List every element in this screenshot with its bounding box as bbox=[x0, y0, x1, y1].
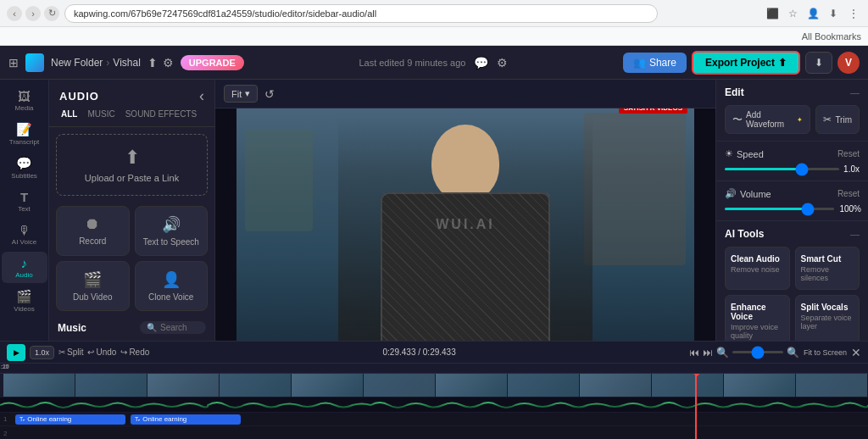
back-button[interactable]: ‹ bbox=[7, 6, 22, 21]
skip-back-button[interactable]: ⏮ bbox=[689, 347, 699, 358]
rotate-icon[interactable]: ↺ bbox=[264, 87, 275, 101]
chevron-down-icon: ▾ bbox=[245, 88, 250, 99]
speed-reset-button[interactable]: Reset bbox=[837, 149, 860, 158]
skip-forward-button[interactable]: ⏭ bbox=[703, 347, 713, 358]
edit-tools: 〜 Add Waveform ✦ ✂ Trim bbox=[725, 105, 860, 134]
timeline: ▶ 1.0x ✂ Split ↩ Undo ↪ Redo 0:29.433 / … bbox=[0, 341, 868, 439]
timeline-playhead[interactable] bbox=[695, 374, 697, 439]
volume-reset-button[interactable]: Reset bbox=[837, 189, 860, 198]
upload-icon: ⬆ bbox=[125, 147, 140, 169]
settings2-icon[interactable]: ⚙ bbox=[497, 56, 508, 69]
speed-value: 1.0x bbox=[843, 164, 860, 174]
browser-chrome: ‹ › ↻ kapwing.com/67b69e7247569cdf81a245… bbox=[0, 0, 868, 27]
sidebar-item-subtitles[interactable]: 💬 Subtitles bbox=[2, 152, 47, 184]
text-clip-2[interactable]: Tᵣ Online earning bbox=[131, 414, 241, 425]
fit-screen-button[interactable]: Fit to Screen bbox=[804, 348, 847, 357]
zoom-slider[interactable] bbox=[732, 351, 783, 353]
enhance-voice-name: Enhance Voice bbox=[731, 303, 784, 321]
profile-icon[interactable]: 👤 bbox=[805, 6, 821, 21]
track-1-number: 1 bbox=[3, 415, 14, 423]
export-button[interactable]: Export Project ⬆ bbox=[692, 51, 800, 75]
sidebar-item-text[interactable]: T Text bbox=[2, 186, 47, 217]
sidebar-item-videos[interactable]: 🎬 Videos bbox=[2, 285, 47, 317]
enhance-voice-card[interactable]: Enhance Voice Improve voice quality bbox=[725, 295, 790, 341]
ai-voice-icon: 🎙 bbox=[18, 223, 31, 237]
redo-icon: ↪ bbox=[120, 347, 127, 357]
avatar[interactable]: V bbox=[837, 52, 860, 74]
menu-icon[interactable]: ⋮ bbox=[846, 6, 861, 21]
edit-collapse-icon[interactable]: — bbox=[850, 87, 860, 97]
clean-audio-card[interactable]: Clean Audio Remove noise bbox=[725, 247, 790, 290]
music-search-box[interactable]: 🔍 bbox=[140, 321, 206, 334]
sidebar-item-ai-voice[interactable]: 🎙 AI Voice bbox=[2, 219, 47, 250]
add-waveform-label: Add Waveform bbox=[746, 110, 793, 129]
header-right-actions: 👥 Share Export Project ⬆ ⬇ V bbox=[623, 51, 860, 75]
grid-icon[interactable]: ⊞ bbox=[8, 56, 19, 69]
split-vocals-desc: Separate voice layer bbox=[801, 314, 854, 331]
volume-row: 🔊 Volume Reset bbox=[725, 188, 860, 199]
folder-name: New Folder bbox=[51, 57, 103, 69]
split-vocals-name: Split Vocals bbox=[801, 303, 854, 312]
share-button[interactable]: 👥 Share bbox=[623, 53, 687, 73]
volume-slider[interactable] bbox=[725, 208, 834, 210]
speed-icon: ☀ bbox=[725, 148, 733, 159]
add-waveform-button[interactable]: 〜 Add Waveform ✦ bbox=[725, 105, 810, 134]
forward-button[interactable]: › bbox=[25, 6, 41, 21]
upload-project-icon[interactable]: ⬆ bbox=[147, 56, 158, 69]
collapse-audio-panel-button[interactable]: ‹ bbox=[199, 88, 204, 103]
speed-control-button[interactable]: 1.0x bbox=[30, 346, 54, 359]
tab-all[interactable]: ALL bbox=[56, 107, 82, 121]
speed-section: ☀ Speed Reset 1.0x bbox=[716, 142, 868, 181]
audio-panel-title: AUDIO bbox=[59, 90, 99, 103]
comment-icon[interactable]: 💬 bbox=[474, 56, 488, 69]
upgrade-button[interactable]: UPGRADE bbox=[181, 55, 244, 70]
settings-icon[interactable]: ⚙ bbox=[163, 56, 174, 69]
music-search-input[interactable] bbox=[160, 323, 199, 332]
clone-voice-tool[interactable]: 👤 Clone Voice bbox=[135, 261, 209, 311]
download-button[interactable]: ⬇ bbox=[805, 52, 832, 74]
volume-section: 🔊 Volume Reset 100% bbox=[716, 181, 868, 221]
sidebar-item-transcript[interactable]: 📝 Transcript bbox=[2, 118, 47, 150]
upload-text: Upload or Paste a Link bbox=[85, 173, 179, 183]
speed-slider[interactable] bbox=[725, 168, 839, 170]
trim-icon: ✂ bbox=[823, 114, 832, 125]
ai-voice-label: AI Voice bbox=[12, 238, 36, 246]
volume-icon: 🔊 bbox=[725, 188, 737, 199]
zoom-out-button[interactable]: 🔍 bbox=[716, 347, 729, 358]
record-tool[interactable]: ⏺ Record bbox=[56, 206, 130, 256]
sidebar-item-audio[interactable]: ♪ Audio bbox=[2, 252, 47, 283]
undo-button[interactable]: ↩ Undo bbox=[87, 347, 116, 357]
timeline-tracks: 1 Tᵣ Online earning Tᵣ Online earning 2 bbox=[0, 374, 868, 439]
smart-cut-card[interactable]: Smart Cut Remove silences bbox=[795, 247, 860, 290]
record-icon: ⏺ bbox=[85, 215, 100, 233]
sidebar-item-media[interactable]: 🖼 Media bbox=[2, 85, 47, 116]
bookmarks-bar: All Bookmarks bbox=[0, 27, 868, 46]
close-timeline-button[interactable]: ✕ bbox=[851, 346, 861, 359]
fit-dropdown[interactable]: Fit ▾ bbox=[224, 85, 258, 103]
play-button[interactable]: ▶ bbox=[7, 344, 25, 361]
star-icon[interactable]: ☆ bbox=[785, 6, 800, 21]
edit-section: Edit — 〜 Add Waveform ✦ ✂ Trim bbox=[716, 80, 868, 142]
tab-sound-effects[interactable]: SOUND EFFECTS bbox=[120, 107, 202, 121]
sync-icon[interactable]: ⬇ bbox=[826, 6, 841, 21]
upload-area[interactable]: ⬆ Upload or Paste a Link bbox=[56, 134, 208, 196]
text-track-2: 2 bbox=[0, 426, 868, 439]
zoom-in-button[interactable]: 🔍 bbox=[787, 347, 799, 358]
extensions-icon[interactable]: ⬛ bbox=[765, 6, 780, 21]
volume-label: 🔊 Volume bbox=[725, 188, 771, 199]
ai-tools-collapse-icon[interactable]: — bbox=[850, 229, 860, 239]
split-button[interactable]: ✂ Split bbox=[58, 347, 83, 357]
dub-video-icon: 🎬 bbox=[83, 270, 102, 289]
dub-video-tool[interactable]: 🎬 Dub Video bbox=[56, 261, 130, 311]
text-clip-1[interactable]: Tᵣ Online earning bbox=[15, 414, 125, 425]
fit-label: Fit bbox=[231, 89, 242, 99]
reload-button[interactable]: ↻ bbox=[44, 6, 59, 21]
split-vocals-card[interactable]: Split Vocals Separate voice layer bbox=[795, 295, 860, 341]
trim-button[interactable]: ✂ Trim bbox=[815, 105, 860, 134]
tab-music[interactable]: MUSIC bbox=[82, 107, 120, 121]
redo-button[interactable]: ↪ Redo bbox=[120, 347, 149, 357]
app: ⊞ New Folder › Vishal ⬆ ⚙ UPGRADE Last e… bbox=[0, 46, 868, 439]
url-bar[interactable]: kapwing.com/67b69e7247569cdf81a24559/stu… bbox=[64, 4, 658, 23]
text-to-speech-tool[interactable]: 🔊 Text to Speech bbox=[135, 206, 209, 256]
audio-panel-header: AUDIO ‹ bbox=[49, 80, 214, 107]
